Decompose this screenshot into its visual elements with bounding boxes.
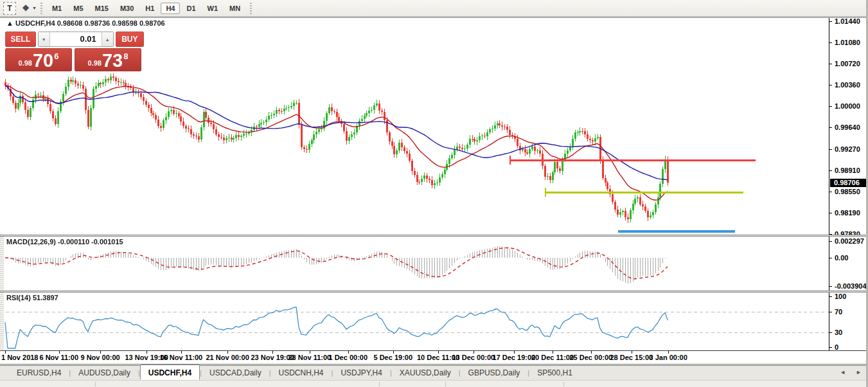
status-bar	[0, 380, 868, 387]
rsi-scale[interactable]: 10070300	[829, 292, 868, 350]
cursor-mode-icon[interactable]: ❖	[20, 3, 31, 14]
time-axis-label: 28 Nov 11:00	[288, 354, 332, 361]
buy-price-big: 73	[102, 52, 123, 69]
cursor-mode-dropdown-icon[interactable]: ▼	[32, 6, 37, 10]
rsi-canvas[interactable]	[0, 292, 829, 350]
price-axis-label-tick	[829, 106, 832, 107]
volume-input[interactable]: 0.01	[50, 32, 102, 46]
one-click-trade-panel: SELL ▼ 0.01 ▲ BUY 0.98 70 6 0.98 73 8	[5, 32, 144, 73]
toolbar-grip	[250, 3, 252, 14]
timeframe-button-m15[interactable]: M15	[90, 3, 114, 14]
tabs-scroll-left-icon[interactable]: ◄	[840, 369, 846, 375]
ohlc-close: 0.98706	[139, 19, 165, 27]
timeframe-button-m1[interactable]: M1	[47, 3, 67, 14]
price-axis-label-tick	[829, 170, 832, 171]
price-axis-label: 1.00000	[835, 102, 860, 110]
status-bar-separator	[563, 382, 564, 386]
timeframe-button-m30[interactable]: M30	[115, 3, 139, 14]
buy-price-pip: 8	[123, 51, 128, 61]
top-toolbar: T ❖ ▼ M1M5M15M30H1H4D1W1MN	[0, 0, 868, 16]
macd-name: MACD(12,26,9)	[6, 238, 56, 246]
timeframe-button-d1[interactable]: D1	[181, 3, 200, 14]
price-axis-label: 1.01440	[835, 17, 860, 25]
time-axis-label: 9 Nov 00:00	[81, 354, 120, 361]
price-axis-label-tick	[829, 85, 832, 86]
buy-price-prefix: 0.98	[88, 59, 102, 67]
volume-decrease-icon[interactable]: ▼	[39, 32, 50, 46]
rsi-axis-label-tick	[829, 332, 832, 333]
macd-axis-label: -0.003904	[835, 282, 867, 290]
ohlc-low: 0.98598	[112, 19, 137, 27]
rsi-label: RSI(14) 51.3897	[6, 294, 58, 302]
time-axis-label: 25 Dec 00:00	[570, 354, 613, 361]
chart-tab-usdcad-daily[interactable]: USDCAD,Daily	[202, 366, 269, 379]
price-axis-label-tick	[829, 21, 832, 22]
timeframe-button-w1[interactable]: W1	[202, 3, 224, 14]
status-bar-separator	[379, 382, 380, 386]
main-chart-panel: ▲USDCHF,H40.986080.987360.985980.98706 S…	[0, 18, 868, 235]
time-axis-label: 21 Nov 00:00	[206, 354, 249, 361]
price-axis-label: 0.99640	[835, 123, 860, 131]
price-axis-label: 1.00360	[835, 81, 860, 89]
time-axis-label: 5 Dec 19:00	[374, 354, 413, 361]
time-axis-label: 20 Dec 11:00	[531, 354, 574, 361]
panel-resize-grip[interactable]	[0, 237, 4, 291]
chart-tab-usdcnh-h4[interactable]: USDCNH,H4	[271, 366, 332, 379]
price-axis-label: 0.99270	[835, 145, 860, 153]
chart-tab-gbpusd-daily[interactable]: GBPUSD,Daily	[461, 366, 528, 379]
ohlc-open: 0.98608	[57, 19, 83, 27]
sell-price-tile[interactable]: 0.98 70 6	[5, 48, 72, 71]
macd-panel: MACD(12,26,9) -0.000110 -0.001015 0.0022…	[0, 237, 868, 291]
price-axis-label-tick	[829, 127, 832, 128]
macd-canvas[interactable]	[0, 237, 829, 291]
chart-tab-usdchf-h4[interactable]: USDCHF,H4	[140, 364, 200, 380]
buy-button[interactable]: BUY	[116, 32, 144, 47]
volume-stepper: ▼ 0.01 ▲	[38, 32, 114, 47]
text-tool-icon[interactable]: T	[3, 2, 16, 15]
chart-tab-audusd-daily[interactable]: AUDUSD,Daily	[71, 366, 138, 379]
price-axis-label: 0.98910	[835, 166, 860, 174]
sell-price-big: 70	[33, 52, 53, 69]
price-axis-label-tick	[829, 192, 832, 192]
timeframe-button-h1[interactable]: H1	[140, 3, 159, 14]
status-bar-separator	[445, 382, 446, 386]
rsi-axis-label: 100	[835, 292, 846, 300]
panel-resize-grip[interactable]	[0, 292, 4, 350]
price-axis-label: 1.01080	[835, 39, 860, 46]
price-axis-label-tick	[829, 64, 832, 64]
buy-price-tile[interactable]: 0.98 73 8	[75, 48, 141, 71]
tabs-scroll-right-icon[interactable]: ►	[856, 369, 862, 375]
volume-increase-icon[interactable]: ▲	[102, 32, 113, 46]
price-axis-label-tick	[829, 149, 832, 150]
timeframe-button-group: M1M5M15M30H1H4D1W1MN	[46, 3, 246, 14]
chart-tab-eurusd-h4[interactable]: EURUSD,H4	[9, 366, 69, 379]
tab-scroll-arrows: ◄ ►	[840, 369, 862, 375]
trade-panel-toggle-icon[interactable]: ▲	[6, 19, 13, 27]
price-axis-label: 0.98550	[835, 188, 860, 195]
time-axis-label: 6 Nov 11:00	[40, 354, 79, 361]
ohlc-high: 0.98736	[84, 19, 110, 27]
time-axis-label: 1 Dec 00:00	[329, 354, 368, 361]
rsi-axis-label-tick	[829, 347, 832, 348]
timeframe-button-mn[interactable]: MN	[224, 3, 245, 14]
macd-signal-value: -0.001015	[91, 238, 123, 246]
sell-button[interactable]: SELL	[5, 32, 36, 47]
rsi-panel: RSI(14) 51.3897 10070300	[0, 292, 868, 350]
rsi-axis-label-tick	[829, 296, 832, 297]
price-scale[interactable]: 1.014401.010801.007201.003601.000000.996…	[829, 18, 868, 235]
macd-scale[interactable]: 0.0022970.00-0.003904	[829, 237, 868, 291]
chart-tab-usdjpy-h4[interactable]: USDJPY,H4	[333, 366, 389, 379]
time-axis-label: 1 Nov 2018	[1, 354, 38, 361]
timeframe-button-h4[interactable]: H4	[161, 3, 180, 14]
chart-tab-xauusd-daily[interactable]: XAUUSD,Daily	[392, 366, 459, 379]
time-axis-label: 16 Nov 11:00	[160, 354, 203, 361]
time-axis[interactable]: 1 Nov 20186 Nov 11:009 Nov 00:0013 Nov 1…	[0, 350, 868, 364]
current-price-box: 0.98706	[830, 179, 868, 187]
chart-tab-sp500-h1[interactable]: SP500,H1	[529, 366, 580, 379]
price-axis-label: 0.98190	[835, 209, 860, 217]
price-axis-label-tick	[829, 42, 832, 43]
timeframe-button-m5[interactable]: M5	[68, 3, 88, 14]
macd-main-value: -0.000110	[58, 238, 89, 246]
sell-price-pip: 6	[54, 51, 58, 61]
chart-tab-bar: EURUSD,H4|AUDUSD,Daily|USDCHF,H4|USDCAD,…	[0, 366, 868, 380]
